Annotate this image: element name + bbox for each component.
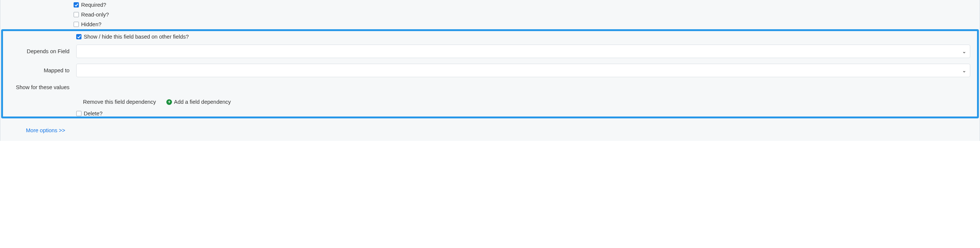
add-dependency-link[interactable]: + Add a field dependency: [166, 99, 231, 105]
hidden-label[interactable]: Hidden?: [81, 21, 101, 27]
readonly-checkbox[interactable]: [73, 12, 79, 17]
showhide-label[interactable]: Show / hide this field based on other fi…: [84, 34, 189, 40]
required-label[interactable]: Required?: [81, 2, 106, 8]
hidden-row: Hidden?: [0, 19, 980, 29]
hidden-checkbox[interactable]: [73, 22, 79, 27]
dependency-highlight: Show / hide this field based on other fi…: [1, 29, 979, 118]
delete-label[interactable]: Delete?: [84, 111, 102, 117]
showhide-checkbox[interactable]: [76, 34, 81, 39]
form-panel: Required? Read-only? Hidden? Show / hide…: [0, 0, 980, 141]
required-row: Required?: [0, 0, 980, 10]
required-checkbox[interactable]: [73, 2, 79, 8]
show-for-row: Show for these values: [3, 79, 977, 92]
readonly-row: Read-only?: [0, 10, 980, 19]
show-for-values-label: Show for these values: [3, 84, 76, 90]
mapped-to-label: Mapped to: [3, 68, 76, 73]
plus-circle-icon: +: [166, 99, 172, 105]
remove-dependency-link[interactable]: Remove this field dependency: [83, 99, 156, 105]
dependency-actions: Remove this field dependency + Add a fie…: [3, 92, 977, 109]
readonly-label[interactable]: Read-only?: [81, 12, 109, 17]
delete-checkbox[interactable]: [76, 111, 81, 116]
depends-on-field-label: Depends on Field: [3, 48, 76, 54]
depends-on-select[interactable]: [76, 44, 970, 58]
delete-row: Delete?: [3, 109, 977, 117]
mapped-to-row: Mapped to ⌄: [3, 60, 977, 79]
more-options-link[interactable]: More options >>: [26, 127, 65, 133]
mapped-to-select[interactable]: [76, 64, 970, 77]
depends-on-row: Depends on Field ⌄: [3, 41, 977, 60]
showhide-row: Show / hide this field based on other fi…: [3, 32, 977, 41]
add-dependency-label: Add a field dependency: [174, 99, 231, 105]
